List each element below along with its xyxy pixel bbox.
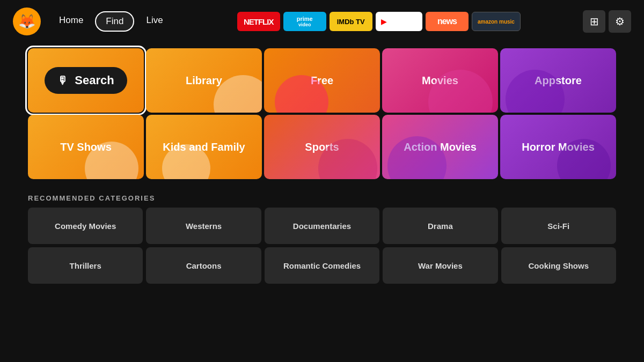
rec-war-movies[interactable]: War Movies xyxy=(383,247,497,284)
settings-icon[interactable]: ⚙ xyxy=(609,10,631,33)
youtube-button[interactable]: ▶ YouTube xyxy=(376,12,422,31)
rec-cartoons[interactable]: Cartoons xyxy=(146,247,261,284)
library-label: Library xyxy=(186,75,222,87)
rec-romantic-comedies[interactable]: Romantic Comedies xyxy=(265,247,379,284)
rec-scifi[interactable]: Sci-Fi xyxy=(501,208,616,244)
nav-live[interactable]: Live xyxy=(136,11,172,32)
tvshows-tile[interactable]: TV Shows xyxy=(28,115,144,179)
mic-icon: 🎙 xyxy=(57,75,68,87)
recommended-grid: Comedy Movies Westerns Documentaries Dra… xyxy=(28,208,616,284)
search-tile[interactable]: 🎙 Search xyxy=(28,48,144,113)
prime-button[interactable]: prime video xyxy=(283,12,326,31)
news-button[interactable]: news xyxy=(426,12,469,31)
search-label: Search xyxy=(75,73,114,87)
nav-home[interactable]: Home xyxy=(49,11,93,32)
streaming-logos: NETFLIX prime video IMDb TV ▶ YouTube ne… xyxy=(184,12,574,31)
rec-drama[interactable]: Drama xyxy=(383,208,497,244)
music-button[interactable]: amazon music xyxy=(472,12,521,31)
action-tile[interactable]: Action Movies xyxy=(382,115,498,179)
horror-tile[interactable]: Horror Movies xyxy=(500,115,616,179)
header: 🦊 Home Find Live NETFLIX prime video IMD… xyxy=(0,0,644,43)
rec-westerns[interactable]: Westerns xyxy=(146,208,261,244)
kids-tile[interactable]: Kids and Family xyxy=(146,115,262,179)
search-pill: 🎙 Search xyxy=(45,67,127,94)
movies-tile[interactable]: Movies xyxy=(382,48,498,113)
free-tile[interactable]: Free xyxy=(264,48,380,113)
library-tile[interactable]: Library xyxy=(146,48,262,113)
netflix-button[interactable]: NETFLIX xyxy=(237,12,280,31)
rec-thrillers[interactable]: Thrillers xyxy=(28,247,143,284)
sports-tile[interactable]: Sports xyxy=(264,115,380,179)
rec-documentaries[interactable]: Documentaries xyxy=(265,208,379,244)
nav-find[interactable]: Find xyxy=(95,11,134,32)
rec-cooking-shows[interactable]: Cooking Shows xyxy=(501,247,616,284)
main-grid: 🎙 Search Library Free Movies Appstore TV… xyxy=(0,43,644,188)
app-logo[interactable]: 🦊 xyxy=(13,8,41,35)
recommended-section: RECOMMENDED CATEGORIES Comedy Movies Wes… xyxy=(0,188,644,284)
imdb-button[interactable]: IMDb TV xyxy=(330,12,372,31)
category-grid: 🎙 Search Library Free Movies Appstore TV… xyxy=(28,48,616,179)
recommended-title: RECOMMENDED CATEGORIES xyxy=(28,194,616,202)
rec-comedy-movies[interactable]: Comedy Movies xyxy=(28,208,143,244)
appstore-tile[interactable]: Appstore xyxy=(500,48,616,113)
header-icons: ⊞ ⚙ xyxy=(583,10,631,33)
apps-icon[interactable]: ⊞ xyxy=(583,10,605,33)
nav-menu: Home Find Live xyxy=(49,11,173,32)
